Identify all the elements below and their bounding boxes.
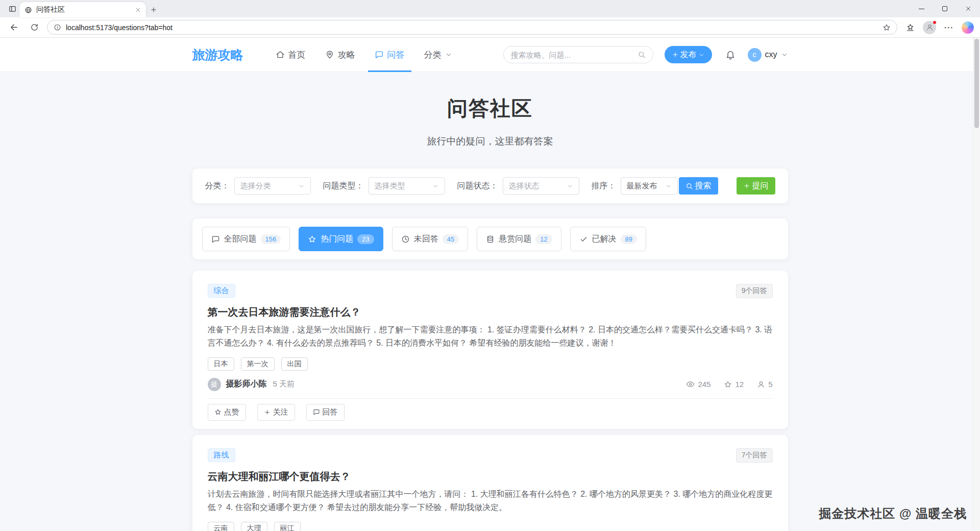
type-select[interactable]: 选择类型 [369, 177, 445, 195]
question-tags: 日本 第一次 出国 [208, 357, 773, 371]
window-maximize-icon[interactable] [933, 0, 957, 17]
question-body: 计划去云南旅游，时间有限只能选择大理或者丽江其中一个地方，请问： 1. 大理和丽… [208, 488, 773, 515]
chevron-down-icon [698, 52, 705, 58]
chevron-down-icon [781, 51, 788, 58]
question-tags: 云南 大理 丽江 [208, 522, 773, 531]
question-time: 5 天前 [273, 379, 295, 389]
browser-toolbar: localhost:5173/questions?tab=hot ⋯ [0, 17, 980, 38]
sort-label: 排序： [592, 181, 616, 191]
refresh-icon[interactable] [27, 20, 42, 35]
chevron-down-icon [298, 183, 305, 189]
tab-close-icon[interactable] [135, 7, 141, 13]
question-meta: 摄 摄影师小陈 5 天前 245 12 5 [208, 378, 773, 391]
search-icon[interactable] [638, 51, 646, 59]
nav-item-questions[interactable]: 问答 [365, 38, 414, 71]
tag[interactable]: 大理 [241, 522, 267, 531]
favorites-icon[interactable] [902, 20, 918, 35]
tag[interactable]: 日本 [208, 357, 234, 371]
tab-all-questions[interactable]: 全部问题 156 [202, 227, 290, 251]
add-favorite-star-icon[interactable] [883, 23, 891, 32]
chevron-down-icon [665, 183, 672, 189]
window-close-icon[interactable] [957, 0, 980, 17]
question-card: 路线 7个回答 云南大理和丽江哪个更值得去？ 计划去云南旅游，时间有限只能选择大… [192, 435, 788, 531]
follow-button[interactable]: 关注 [257, 404, 295, 421]
nav-item-categories[interactable]: 分类 [414, 38, 462, 71]
profile-notification-dot [933, 20, 937, 25]
tag[interactable]: 第一次 [241, 357, 275, 371]
location-icon [325, 50, 334, 59]
count-badge: 156 [261, 234, 281, 244]
browser-profile-avatar[interactable] [923, 21, 936, 34]
question-body: 准备下个月去日本旅游，这是第一次出国旅行，想了解一下需要注意的事项： 1. 签证… [208, 323, 773, 350]
star-icon [308, 235, 316, 244]
user-icon [757, 380, 765, 389]
views-stat: 245 [686, 380, 710, 389]
stars-stat: 12 [724, 380, 744, 389]
search-icon [685, 182, 693, 190]
tab-solved[interactable]: 已解决 89 [570, 227, 646, 251]
count-badge: 23 [357, 234, 374, 244]
eye-icon [686, 380, 695, 389]
site-header: 旅游攻略 首页 攻略 问答 分类 [0, 38, 980, 72]
tab-unanswered[interactable]: 未回答 45 [392, 227, 468, 251]
tag[interactable]: 云南 [208, 522, 234, 531]
copilot-icon[interactable] [962, 21, 974, 34]
new-tab-icon[interactable] [146, 2, 161, 17]
question-actions: 点赞 关注 回答 [208, 404, 773, 421]
plus-icon [743, 182, 750, 189]
browser-menu-icon[interactable]: ⋯ [941, 20, 957, 35]
status-select[interactable]: 选择状态 [503, 177, 579, 195]
plus-icon [264, 409, 271, 416]
check-icon [579, 235, 588, 244]
browser-tab[interactable]: 问答社区 [19, 2, 146, 17]
type-filter-label: 问题类型： [323, 181, 364, 191]
tab-favicon-globe-icon [24, 6, 32, 14]
tab-bounty-questions[interactable]: 悬赏问题 12 [477, 227, 561, 251]
category-filter-label: 分类： [205, 181, 230, 191]
page-scrollbar[interactable] [973, 38, 980, 531]
question-title[interactable]: 云南大理和丽江哪个更值得去？ [208, 470, 773, 484]
like-button[interactable]: 点赞 [208, 404, 246, 421]
category-select[interactable]: 选择分类 [234, 177, 311, 195]
category-badge: 综合 [208, 284, 235, 298]
tag[interactable]: 丽江 [274, 522, 301, 531]
tab-title: 问答社区 [36, 5, 131, 14]
chevron-down-icon [432, 183, 439, 189]
tab-actions-icon[interactable] [5, 2, 19, 16]
tag[interactable]: 出国 [281, 357, 308, 371]
author-avatar: 摄 [208, 378, 221, 391]
nav-item-guides[interactable]: 攻略 [315, 38, 365, 71]
page-subtitle: 旅行中的疑问，这里都有答案 [0, 135, 980, 148]
question-stats: 245 12 5 [686, 380, 772, 389]
window-controls [910, 0, 980, 17]
chat-icon [313, 408, 320, 416]
tab-hot-questions[interactable]: 热门问题 23 [299, 227, 383, 251]
url-text[interactable]: localhost:5173/questions?tab=hot [66, 23, 878, 32]
search-input[interactable] [511, 51, 638, 59]
window-minimize-icon[interactable] [910, 0, 933, 17]
star-icon [724, 380, 732, 389]
site-info-icon[interactable] [54, 23, 61, 31]
site-logo[interactable]: 旅游攻略 [192, 46, 243, 63]
nav-item-home[interactable]: 首页 [266, 38, 315, 71]
answer-count-badge: 7个回答 [736, 448, 773, 463]
author-name: 摄影师小陈 [226, 379, 267, 390]
star-icon [214, 408, 222, 416]
ask-question-button[interactable]: 提问 [737, 177, 775, 195]
back-icon[interactable] [6, 20, 21, 35]
answer-button[interactable]: 回答 [306, 404, 345, 421]
publish-button[interactable]: 发布 [665, 46, 712, 63]
hero: 问答社区 旅行中的疑问，这里都有答案 [0, 72, 980, 168]
address-bar[interactable]: localhost:5173/questions?tab=hot [47, 20, 897, 35]
sort-select[interactable]: 最新发布 [621, 177, 678, 195]
user-menu[interactable]: c cxy [748, 48, 788, 62]
bell-icon[interactable] [725, 50, 736, 60]
count-badge: 45 [443, 234, 459, 244]
answer-count-badge: 9个回答 [736, 284, 773, 298]
search-button[interactable]: 搜索 [679, 177, 718, 195]
scrollbar-thumb[interactable] [974, 39, 979, 128]
question-title[interactable]: 第一次去日本旅游需要注意什么？ [208, 305, 773, 319]
main-nav: 首页 攻略 问答 分类 [266, 38, 462, 71]
chat-icon [211, 235, 220, 244]
question-card: 综合 9个回答 第一次去日本旅游需要注意什么？ 准备下个月去日本旅游，这是第一次… [192, 271, 788, 429]
